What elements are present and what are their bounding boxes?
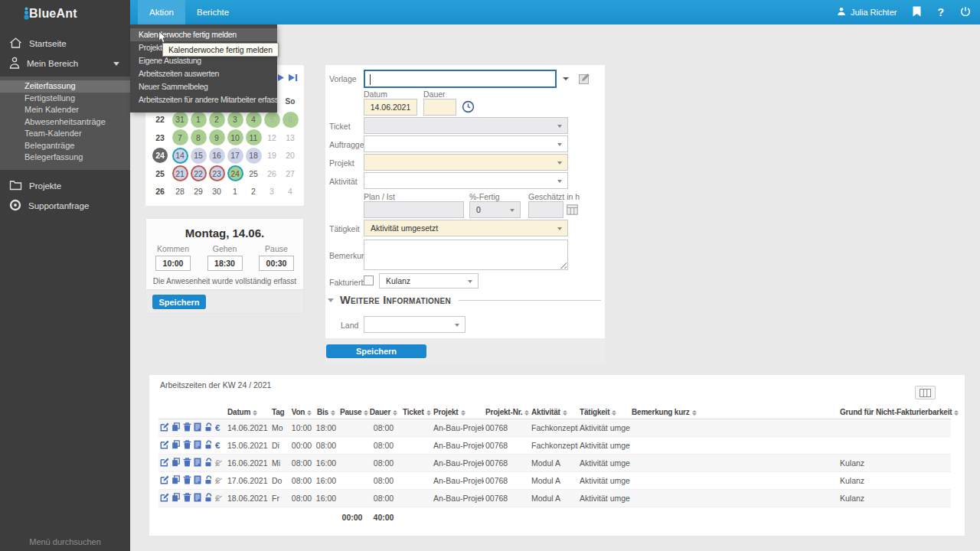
column-header-aktivität[interactable]: Aktivität (530, 406, 578, 419)
calendar-day[interactable]: 23 (209, 165, 225, 181)
sort-icon[interactable] (253, 410, 257, 416)
document-icon[interactable] (194, 475, 201, 486)
column-header-projekt[interactable]: Projekt (432, 406, 484, 419)
calendar-day[interactable]: 3 (227, 112, 243, 128)
sort-icon[interactable] (461, 410, 466, 416)
euro-crossed-icon[interactable]: € (215, 459, 220, 468)
menu-aktion[interactable]: Aktion (138, 0, 185, 24)
unlock-icon[interactable] (204, 475, 213, 486)
gehen-input[interactable]: 18:30 (207, 256, 243, 271)
calendar-week-number[interactable]: 26 (152, 184, 168, 199)
calendar-day[interactable]: 13 (283, 129, 299, 145)
geschaetzt-input[interactable] (528, 201, 564, 218)
fakturierbar-grund-select[interactable]: Kulanz (379, 273, 479, 289)
sidebar-item-mein-kalender[interactable]: Mein Kalender (0, 104, 130, 116)
clock-icon[interactable] (462, 100, 475, 115)
sort-icon[interactable] (331, 410, 335, 416)
calendar-day[interactable]: 10 (227, 129, 243, 145)
pause-input[interactable]: 00:30 (259, 256, 294, 271)
calendar-day[interactable]: 26 (264, 165, 280, 181)
sort-icon[interactable] (393, 410, 397, 416)
sidebar-item-supportanfrage[interactable]: Supportanfrage (0, 196, 130, 216)
calculator-icon[interactable] (567, 204, 578, 217)
aktivitaet-select[interactable] (364, 172, 568, 189)
bemerkung-textarea[interactable] (364, 240, 568, 270)
calendar-week-number[interactable]: 22 (152, 112, 168, 127)
column-header-dauer[interactable]: Dauer (366, 406, 401, 419)
edit-icon[interactable] (160, 422, 169, 433)
euro-icon[interactable]: € (215, 442, 220, 450)
calendar-day[interactable]: 22 (191, 165, 207, 181)
calendar-day[interactable]: 3 (264, 184, 280, 200)
euro-crossed-icon[interactable]: € (215, 494, 220, 503)
sort-icon[interactable] (692, 410, 697, 416)
user-menu[interactable]: Julia Richter (837, 7, 897, 18)
delete-icon[interactable] (183, 493, 191, 504)
calendar-day[interactable]: 20 (283, 148, 299, 164)
edit-template-icon[interactable] (578, 72, 591, 86)
calendar-day[interactable]: 6 (283, 112, 299, 128)
copy-icon[interactable] (172, 458, 181, 468)
section-weitere-informationen[interactable]: Weitere Informationen (328, 294, 601, 306)
fakturierbar-checkbox[interactable] (364, 276, 374, 285)
taetigkeit-select[interactable]: Aktivität umgesetzt (364, 220, 568, 236)
calendar-day[interactable]: 1 (227, 184, 243, 200)
copy-icon[interactable] (172, 422, 181, 433)
document-icon[interactable] (194, 422, 201, 433)
column-header-ticket[interactable]: Ticket (401, 406, 432, 419)
calendar-day[interactable]: 27 (283, 165, 299, 181)
calendar-day[interactable]: 4 (283, 184, 299, 200)
sort-icon[interactable] (364, 410, 368, 416)
calendar-day[interactable]: 24 (227, 165, 243, 181)
land-select[interactable] (364, 316, 466, 333)
calendar-day[interactable]: 19 (264, 148, 280, 164)
form-save-button[interactable]: Speichern (326, 344, 426, 358)
edit-icon[interactable] (160, 475, 169, 486)
help-icon[interactable]: ? (937, 6, 944, 18)
column-header-datum[interactable]: Datum (226, 406, 270, 419)
delete-icon[interactable] (183, 422, 191, 433)
delete-icon[interactable] (183, 458, 191, 468)
document-icon[interactable] (194, 458, 201, 468)
column-header-von[interactable]: Von (289, 406, 314, 419)
sidebar-item-zeiterfassung[interactable]: Zeiterfassung (0, 80, 130, 93)
calendar-day[interactable]: 17 (227, 148, 243, 164)
calendar-day[interactable]: 9 (209, 129, 225, 145)
calendar-week-number[interactable]: 25 (152, 166, 168, 181)
column-header-bis[interactable]: Bis (314, 406, 338, 419)
calendar-day[interactable]: 29 (191, 184, 207, 200)
projekt-select[interactable] (364, 154, 568, 171)
sort-icon[interactable] (524, 410, 529, 416)
power-icon[interactable] (960, 6, 971, 18)
column-header-tätigkeit[interactable]: Tätigkeit (578, 406, 630, 419)
sidebar-item-beleganträge[interactable]: Beleganträge (0, 140, 130, 152)
resize-handle[interactable] (560, 262, 567, 269)
menu-search[interactable]: Menü durchsuchen (0, 537, 130, 546)
unlock-icon[interactable] (204, 422, 213, 433)
calendar-day[interactable]: 28 (172, 184, 188, 200)
document-icon[interactable] (194, 440, 201, 451)
edit-icon[interactable] (160, 458, 169, 468)
calendar-day[interactable]: 1 (191, 112, 207, 128)
calendar-day[interactable]: 25 (246, 165, 262, 181)
next-week-icon[interactable] (277, 73, 286, 83)
euro-icon[interactable]: € (215, 424, 220, 432)
sidebar-item-team-kalender[interactable]: Team-Kalender (0, 128, 130, 140)
last-week-icon[interactable] (288, 73, 298, 83)
unlock-icon[interactable] (204, 458, 213, 468)
calendar-day[interactable]: 5 (264, 112, 280, 128)
column-header-tag[interactable]: Tag (270, 406, 289, 419)
sort-icon[interactable] (954, 410, 959, 416)
calendar-day[interactable]: 30 (209, 184, 225, 200)
calendar-day[interactable]: 15 (191, 148, 207, 164)
sidebar-item-projekte[interactable]: Projekte (0, 176, 130, 196)
sort-icon[interactable] (307, 410, 312, 416)
calendar-day[interactable]: 21 (172, 165, 188, 181)
menu-item-arbeitszeiten-für-andere-mitarbeiter-erfassen[interactable]: Arbeitszeiten für andere Mitarbeiter erf… (130, 93, 277, 106)
ticket-select[interactable] (364, 117, 568, 134)
sidebar-item-fertigstellung[interactable]: Fertigstellung (0, 93, 130, 105)
unlock-icon[interactable] (204, 493, 213, 504)
sort-icon[interactable] (563, 410, 567, 416)
sidebar-item-belegerfassung[interactable]: Belegerfassung (0, 152, 130, 164)
vorlage-dropdown-toggle[interactable] (560, 73, 572, 85)
